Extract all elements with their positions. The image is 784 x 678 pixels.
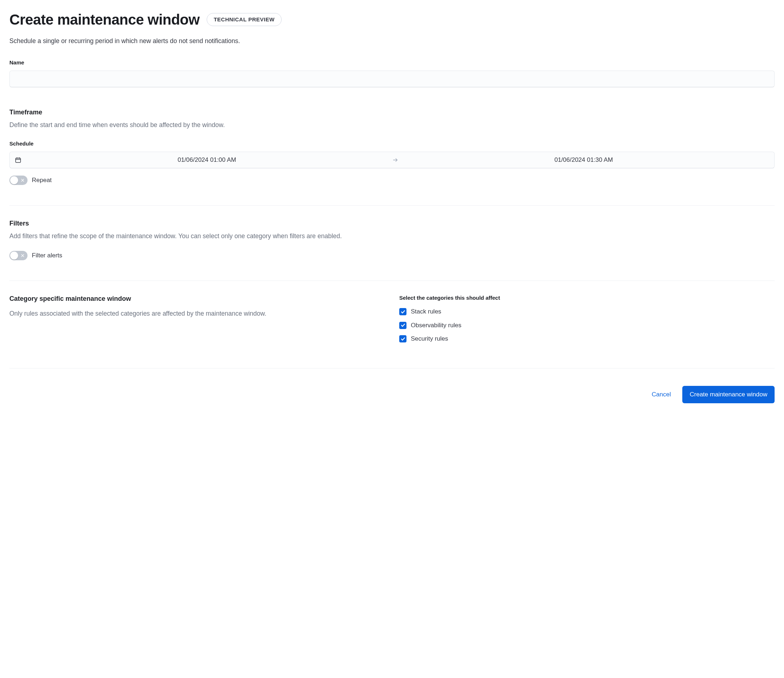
- svg-rect-0: [16, 158, 21, 162]
- filters-title: Filters: [9, 219, 775, 229]
- toggle-knob: [10, 176, 18, 184]
- category-row: Security rules: [399, 334, 775, 344]
- schedule-start: 01/06/2024 01:00 AM: [21, 155, 392, 165]
- observability-rules-checkbox[interactable]: [399, 322, 406, 329]
- page-subtitle: Schedule a single or recurring period in…: [9, 36, 775, 46]
- timeframe-description: Define the start and end time when event…: [9, 120, 775, 130]
- x-icon: [21, 253, 25, 257]
- x-icon: [21, 178, 25, 182]
- timeframe-title: Timeframe: [9, 107, 775, 117]
- name-label: Name: [9, 59, 775, 67]
- filter-alerts-toggle[interactable]: [9, 251, 28, 260]
- filters-description: Add filters that refine the scope of the…: [9, 231, 775, 241]
- filter-alerts-label: Filter alerts: [32, 251, 62, 260]
- name-input[interactable]: [9, 71, 775, 87]
- category-label: Stack rules: [411, 307, 441, 316]
- schedule-date-range[interactable]: 01/06/2024 01:00 AM 01/06/2024 01:30 AM: [9, 152, 775, 168]
- create-maintenance-window-button[interactable]: Create maintenance window: [682, 386, 775, 403]
- schedule-label: Schedule: [9, 140, 775, 148]
- cancel-button[interactable]: Cancel: [650, 387, 672, 402]
- repeat-toggle[interactable]: [9, 176, 28, 185]
- category-label: Observability rules: [411, 321, 462, 330]
- schedule-end: 01/06/2024 01:30 AM: [398, 155, 769, 165]
- repeat-label: Repeat: [32, 176, 52, 185]
- divider: [9, 280, 775, 281]
- arrow-right-icon: [392, 157, 398, 163]
- technical-preview-badge: TECHNICAL PREVIEW: [207, 13, 281, 26]
- security-rules-checkbox[interactable]: [399, 335, 406, 342]
- divider: [9, 205, 775, 205]
- categories-description: Only rules associated with the selected …: [9, 309, 385, 318]
- calendar-icon: [15, 157, 21, 163]
- category-row: Observability rules: [399, 321, 775, 330]
- toggle-knob: [10, 252, 18, 260]
- page-title: Create maintenance window: [9, 9, 199, 30]
- category-row: Stack rules: [399, 307, 775, 316]
- categories-select-heading: Select the categories this should affect: [399, 294, 775, 302]
- stack-rules-checkbox[interactable]: [399, 308, 406, 315]
- categories-title: Category specific maintenance window: [9, 294, 385, 304]
- category-label: Security rules: [411, 334, 448, 344]
